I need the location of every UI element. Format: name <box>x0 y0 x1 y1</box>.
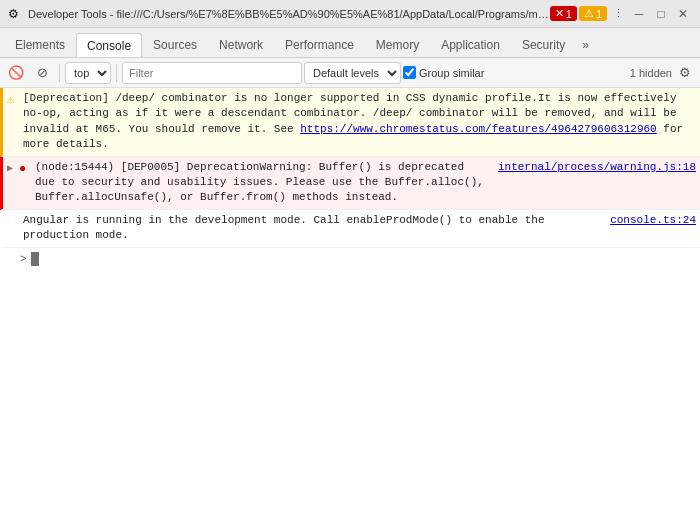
console-message-angular: Angular is running in the development mo… <box>0 210 700 248</box>
filter-input[interactable] <box>122 62 302 84</box>
group-similar-label[interactable]: Group similar <box>403 66 484 79</box>
window-controls: ─ □ ✕ <box>630 5 692 23</box>
minimize-button[interactable]: ─ <box>630 5 648 23</box>
tab-elements[interactable]: Elements <box>4 32 76 57</box>
error-message-icon: ● <box>19 160 35 178</box>
tab-memory[interactable]: Memory <box>365 32 430 57</box>
prompt-cursor[interactable] <box>31 252 39 266</box>
message-body-deep: [Deprecation] /deep/ combinator is no lo… <box>23 91 696 153</box>
clear-console-button[interactable]: 🚫 <box>4 61 28 85</box>
devtools-icon: ⚙ <box>8 7 22 21</box>
title-bar: ⚙ Developer Tools - file:///C:/Users/%E7… <box>0 0 700 28</box>
tab-network[interactable]: Network <box>208 32 274 57</box>
console-prompt-line: > <box>0 248 700 270</box>
tab-security[interactable]: Security <box>511 32 576 57</box>
console-settings-button[interactable]: ⚙ <box>674 62 696 84</box>
log-levels-select[interactable]: Default levels <box>304 62 401 84</box>
console-output: ⚠ [Deprecation] /deep/ combinator is no … <box>0 88 700 525</box>
error-badge: ✕ 1 <box>550 6 577 21</box>
tab-console[interactable]: Console <box>76 33 142 58</box>
angular-source-link[interactable]: console.ts:24 <box>602 213 696 228</box>
group-similar-checkbox[interactable] <box>403 66 416 79</box>
close-button[interactable]: ✕ <box>674 5 692 23</box>
console-message-dep0005: ▶ ● (node:15444) [DEP0005] DeprecationWa… <box>0 157 700 210</box>
message-body-dep0005: (node:15444) [DEP0005] DeprecationWarnin… <box>35 160 490 206</box>
pause-icon: ⊘ <box>37 65 48 80</box>
devtools-options-icon[interactable]: ⋮ <box>613 7 624 20</box>
clear-icon: 🚫 <box>8 65 24 80</box>
warning-badge: ⚠ 1 <box>579 6 607 21</box>
title-badge-area: ✕ 1 ⚠ 1 ⋮ <box>550 6 624 21</box>
dep0005-source-link[interactable]: internal/process/warning.js:18 <box>490 160 696 175</box>
window-title: Developer Tools - file:///C:/Users/%E7%8… <box>28 8 550 20</box>
pause-button[interactable]: ⊘ <box>30 61 54 85</box>
toolbar-divider-1 <box>59 64 60 82</box>
context-select[interactable]: top <box>65 62 111 84</box>
warning-message-icon: ⚠ <box>7 91 23 109</box>
tab-bar: Elements Console Sources Network Perform… <box>0 28 700 58</box>
console-message-deprecation-deep: ⚠ [Deprecation] /deep/ combinator is no … <box>0 88 700 157</box>
chromestatus-link[interactable]: https://www.chromestatus.com/features/49… <box>300 123 656 135</box>
tab-application[interactable]: Application <box>430 32 511 57</box>
prompt-caret: > <box>20 253 27 265</box>
tab-performance[interactable]: Performance <box>274 32 365 57</box>
message-body-angular: Angular is running in the development mo… <box>23 213 602 244</box>
error-count: 1 <box>566 8 572 20</box>
console-toolbar: 🚫 ⊘ top Default levels Group similar 1 h… <box>0 58 700 88</box>
tab-sources[interactable]: Sources <box>142 32 208 57</box>
expand-arrow-icon[interactable]: ▶ <box>7 160 19 176</box>
tab-overflow-button[interactable]: » <box>576 33 595 57</box>
toolbar-divider-2 <box>116 64 117 82</box>
error-icon: ✕ <box>555 7 564 20</box>
maximize-button[interactable]: □ <box>652 5 670 23</box>
hidden-messages-count: 1 hidden <box>630 67 672 79</box>
warning-count: 1 <box>596 8 602 20</box>
warning-icon: ⚠ <box>584 7 594 20</box>
gear-icon: ⚙ <box>679 65 691 80</box>
